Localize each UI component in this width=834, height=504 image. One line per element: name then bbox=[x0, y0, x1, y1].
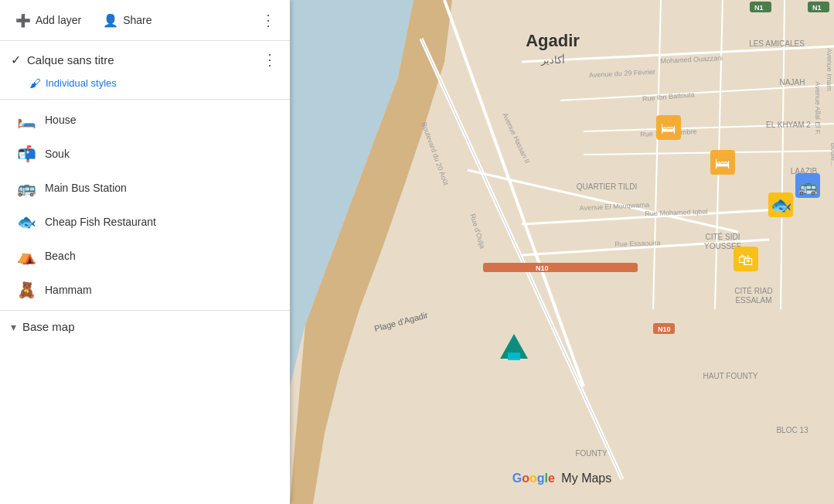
share-button[interactable]: 👤 Share bbox=[98, 10, 156, 31]
place-item[interactable]: 🧸 Hammam bbox=[0, 273, 290, 307]
place-icon-0: 🛏️ bbox=[15, 109, 37, 131]
place-item[interactable]: ⛺ Beach bbox=[0, 239, 290, 273]
svg-text:Avenue Allal El F.: Avenue Allal El F. bbox=[814, 81, 822, 135]
add-layer-icon: ➕ bbox=[15, 13, 31, 28]
place-name-3: Cheap Fish Restaurant bbox=[45, 216, 156, 228]
place-item[interactable]: 🛏️ House bbox=[0, 103, 290, 137]
sidebar-header: ➕ Add layer 👤 Share ⋮ bbox=[0, 0, 290, 41]
share-label: Share bbox=[123, 14, 151, 26]
place-name-4: Beach bbox=[45, 250, 76, 262]
svg-text:BLOC 13: BLOC 13 bbox=[776, 426, 808, 434]
place-name-1: Souk bbox=[45, 148, 70, 160]
place-item[interactable]: 📬 Souk bbox=[0, 137, 290, 171]
svg-text:🐟: 🐟 bbox=[771, 195, 792, 216]
svg-text:Avenue Imam: Avenue Imam bbox=[825, 48, 833, 90]
layer-more-icon[interactable]: ⋮ bbox=[260, 49, 279, 70]
map-svg: N10 N1 N1 N10 Agadir أكادير QUARTIER TIL… bbox=[290, 0, 834, 504]
svg-text:Agadir: Agadir bbox=[526, 31, 580, 50]
places-list: 🛏️ House 📬 Souk 🚌 Main Bus Station 🐟 Che… bbox=[0, 100, 290, 311]
place-item[interactable]: 🐟 Cheap Fish Restaurant bbox=[0, 205, 290, 239]
svg-text:🛍: 🛍 bbox=[738, 251, 754, 268]
layer-section: ✓ Calque sans titre ⋮ 🖌 Individual style… bbox=[0, 41, 290, 100]
place-icon-5: 🧸 bbox=[15, 279, 37, 301]
base-map-section[interactable]: ▾ Base map bbox=[0, 311, 290, 342]
place-icon-1: 📬 bbox=[15, 143, 37, 165]
individual-styles-label: Individual styles bbox=[46, 77, 117, 89]
svg-text:N1: N1 bbox=[754, 4, 764, 12]
layer-title: Calque sans titre bbox=[27, 53, 254, 66]
svg-text:FOUNTY: FOUNTY bbox=[575, 449, 607, 458]
svg-text:Rue Essaouira: Rue Essaouira bbox=[614, 239, 660, 248]
svg-text:🛏: 🛏 bbox=[661, 120, 676, 137]
place-icon-2: 🚌 bbox=[15, 177, 37, 199]
svg-text:Boule...: Boule... bbox=[829, 143, 834, 167]
svg-text:🛏: 🛏 bbox=[715, 155, 730, 172]
svg-text:CITÉ RIAD: CITÉ RIAD bbox=[734, 286, 772, 295]
place-icon-4: ⛺ bbox=[15, 245, 37, 267]
svg-text:N10: N10 bbox=[658, 325, 671, 333]
chevron-down-icon: ▾ bbox=[11, 321, 16, 333]
svg-text:N10: N10 bbox=[536, 264, 549, 272]
svg-text:🚌: 🚌 bbox=[798, 177, 818, 196]
svg-text:NAJAH: NAJAH bbox=[780, 78, 805, 87]
sidebar: ➕ Add layer 👤 Share ⋮ ✓ Calque sans titr… bbox=[0, 0, 290, 504]
svg-text:CITÉ SIDI: CITÉ SIDI bbox=[705, 232, 740, 241]
svg-text:N1: N1 bbox=[812, 4, 822, 12]
map-area[interactable]: N10 N1 N1 N10 Agadir أكادير QUARTIER TIL… bbox=[290, 0, 834, 504]
layer-check-icon: ✓ bbox=[11, 53, 21, 67]
add-layer-button[interactable]: ➕ Add layer bbox=[11, 10, 86, 31]
svg-text:ESSALAM: ESSALAM bbox=[735, 296, 771, 305]
base-map-label: Base map bbox=[22, 320, 75, 333]
place-name-5: Hammam bbox=[45, 284, 92, 296]
svg-text:أكادير: أكادير bbox=[540, 53, 565, 66]
individual-styles-row[interactable]: 🖌 Individual styles bbox=[11, 75, 279, 94]
svg-rect-6 bbox=[483, 263, 638, 272]
add-layer-label: Add layer bbox=[36, 14, 81, 26]
place-name-0: House bbox=[45, 114, 76, 126]
svg-text:EL KHYAM 2: EL KHYAM 2 bbox=[766, 121, 811, 129]
svg-text:LES AMICALES: LES AMICALES bbox=[749, 39, 805, 48]
place-name-2: Main Bus Station bbox=[45, 182, 127, 194]
layer-title-row: ✓ Calque sans titre ⋮ bbox=[11, 49, 279, 70]
place-icon-3: 🐟 bbox=[15, 211, 37, 233]
svg-text:HAUT FOUNTY: HAUT FOUNTY bbox=[703, 372, 758, 380]
paint-brush-icon: 🖌 bbox=[29, 77, 41, 90]
svg-text:QUARTIER TILDI: QUARTIER TILDI bbox=[577, 182, 638, 191]
svg-rect-63 bbox=[508, 352, 520, 360]
place-item[interactable]: 🚌 Main Bus Station bbox=[0, 171, 290, 205]
share-icon: 👤 bbox=[103, 13, 118, 28]
header-more-icon[interactable]: ⋮ bbox=[257, 8, 279, 32]
